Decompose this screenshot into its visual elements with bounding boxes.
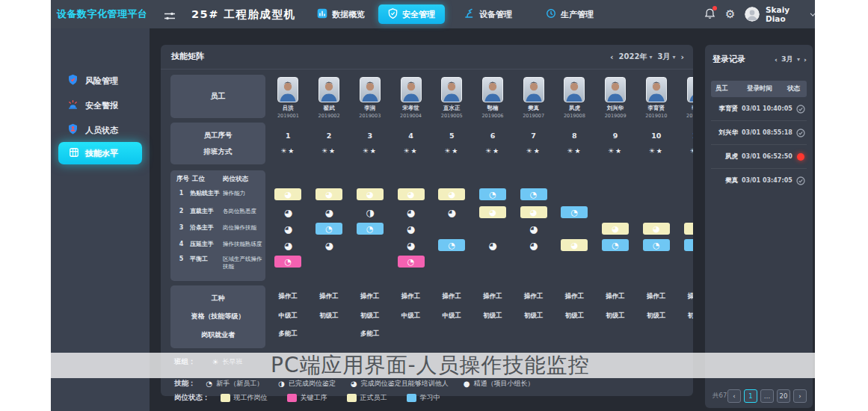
skill-badge[interactable]: ◕ <box>602 223 629 235</box>
user-name: Skaiy Diao <box>766 5 807 23</box>
employee-photo[interactable] <box>360 77 381 102</box>
skill-badge[interactable]: ◔ <box>398 256 425 268</box>
extra-role-label: 岗职就业者 <box>201 330 235 340</box>
login-row[interactable]: 夙虎 03/01 06:52:50 <box>711 145 807 169</box>
page-button[interactable]: ‹ <box>727 389 741 403</box>
employee-photo[interactable] <box>687 77 693 102</box>
employee-photo[interactable] <box>646 77 667 102</box>
skill-badge[interactable]: ◔ <box>274 256 301 268</box>
legend-item: 正式员工 <box>347 393 387 403</box>
skill-pie[interactable]: ◕ <box>407 241 415 250</box>
skill-badge[interactable]: ◕ <box>520 206 547 218</box>
grade-value: 中级工 <box>431 311 473 321</box>
shield-person-icon <box>67 123 79 137</box>
sidebar-item-label: 人员状态 <box>85 125 118 136</box>
shift-type-icons: ☀★ <box>390 146 431 156</box>
employee-photo[interactable] <box>441 77 462 102</box>
skill-badge[interactable]: ◔ <box>561 206 588 218</box>
employee-label: 员工 <box>211 91 226 102</box>
skill-pie[interactable]: ◕ <box>488 241 496 250</box>
skill-badge[interactable]: ◕ <box>438 188 465 200</box>
skill-pie[interactable]: ◑ <box>366 208 374 217</box>
skill-pie[interactable]: ◕ <box>284 224 292 234</box>
sidebar-item-personnel[interactable]: 人员状态 <box>67 123 118 137</box>
skill-badge[interactable]: ◔ <box>520 188 547 200</box>
skill-badge[interactable]: ◕ <box>561 239 588 251</box>
employee-name: 李育贤 <box>648 105 665 112</box>
employee-number: 3 <box>349 130 390 140</box>
shift-type-icons: ☀★ <box>309 146 350 156</box>
skill-pie[interactable]: ◕ <box>529 224 538 234</box>
sidebar-item-risk[interactable]: 风险管理 <box>67 73 118 88</box>
menu-toggle-icon[interactable] <box>164 10 176 24</box>
employee-photo[interactable] <box>318 77 339 102</box>
sidebar-item-skill-level[interactable]: 技能水平 <box>58 142 142 164</box>
skill-pie[interactable]: ◕ <box>529 241 538 250</box>
legend-skill-label: 技能： <box>174 379 196 389</box>
nav-production-management[interactable]: 生产管理 <box>546 0 594 28</box>
employee-photo[interactable] <box>523 77 544 102</box>
page-button[interactable]: … <box>760 389 774 403</box>
skill-badge[interactable]: ◕ <box>316 188 342 200</box>
skill-badge[interactable]: ◔ <box>643 239 670 251</box>
login-row[interactable]: 刘兴华 03/01 08:55:18 <box>711 121 807 145</box>
skill-pie[interactable]: ◕ <box>284 208 292 217</box>
sidebar-item-alerts[interactable]: 安全警报 <box>67 98 118 113</box>
skill-pie[interactable]: ◕ <box>324 208 333 217</box>
login-row[interactable]: 樊真 03/01 03:47:05 <box>711 169 807 192</box>
year-select[interactable]: 2022年▾ <box>619 52 653 62</box>
month-select[interactable]: 3月 <box>781 55 793 64</box>
prev-month-arrow[interactable]: ‹ <box>775 55 778 64</box>
nav-device-management[interactable]: 设备管理 <box>464 0 512 28</box>
shield-check-icon <box>388 8 398 21</box>
skill-badge[interactable]: ◔ <box>438 239 465 251</box>
settings-gear-icon[interactable]: ⚙ <box>725 0 735 28</box>
notifications-bell-icon[interactable] <box>704 7 715 23</box>
legend-item: 学习中 <box>407 393 440 403</box>
month-select[interactable]: 3月▾ <box>657 52 675 62</box>
skill-badge[interactable]: ◔ <box>602 239 629 251</box>
next-month-arrow[interactable]: › <box>804 55 807 64</box>
prev-month-arrow[interactable]: ‹ <box>610 52 614 62</box>
skill-badge[interactable]: ◔ <box>479 188 506 200</box>
page-button[interactable]: › <box>793 389 807 403</box>
skill-badge[interactable]: ◕ <box>357 188 384 200</box>
nav-data-overview[interactable]: 数据概览 <box>317 0 365 28</box>
login-row[interactable]: 李育贤 03/01 10:40:05 <box>711 97 807 121</box>
employee-name: 刘兴华 <box>607 105 624 112</box>
page-button[interactable]: 1 <box>744 389 757 403</box>
employee-photo[interactable] <box>564 77 585 102</box>
employee-number: 8 <box>554 130 595 140</box>
employee-number-row: 1234567891011 <box>268 130 693 140</box>
next-month-arrow[interactable]: › <box>680 52 684 62</box>
user-avatar[interactable] <box>745 7 760 22</box>
employee-photo[interactable] <box>277 77 298 102</box>
employee-photo[interactable] <box>605 77 626 102</box>
employee-name: 李贤 <box>692 105 693 112</box>
skill-pie[interactable]: ◕ <box>324 241 333 250</box>
employee-column: 李贤 2019011 <box>686 77 693 119</box>
skill-badge[interactable]: ◔ <box>316 223 342 235</box>
skill-badge[interactable]: ◕ <box>274 188 301 200</box>
skill-pie[interactable]: ◕ <box>448 208 456 217</box>
empno-shift-box: 员工序号 排班方式 <box>170 123 265 164</box>
login-employee-name: 樊真 <box>711 176 738 185</box>
ok-circle-icon <box>796 129 805 137</box>
skill-badge[interactable]: ◔ <box>357 223 384 235</box>
skill-badge[interactable]: ◕ <box>398 188 425 200</box>
employee-photo[interactable] <box>482 77 503 102</box>
employee-number: 10 <box>635 130 677 140</box>
skill-badge[interactable]: ◕ <box>479 206 506 218</box>
skill-pie[interactable]: ◕ <box>407 224 415 234</box>
page-button[interactable]: 20 <box>777 389 790 403</box>
job-type-value: 操作工 <box>349 291 390 301</box>
nav-safety-management[interactable]: 安全管理 <box>378 4 445 24</box>
skill-badge[interactable]: ◕ <box>643 223 670 235</box>
skill-pie[interactable]: ◕ <box>284 241 292 250</box>
skill-badge[interactable]: ◕ <box>684 223 693 235</box>
user-menu[interactable]: Skaiy Diao <box>766 0 815 28</box>
employee-photo[interactable] <box>401 77 422 102</box>
skill-badge[interactable]: ◔ <box>684 239 693 251</box>
grade-value: 初级工 <box>677 311 693 321</box>
skill-pie[interactable]: ◕ <box>407 208 415 217</box>
